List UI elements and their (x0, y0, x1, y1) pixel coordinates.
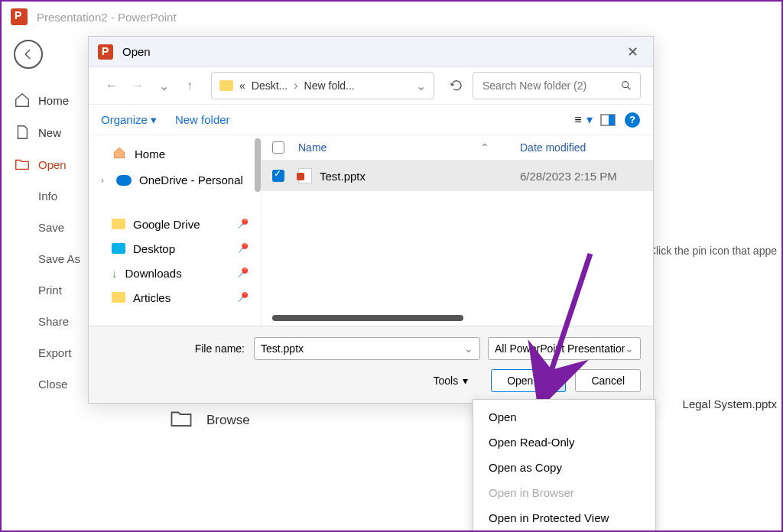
preview-icon (600, 114, 616, 126)
nav-recent-button[interactable]: ⌄ (153, 75, 174, 96)
sidebar-item-saveas[interactable]: Save As (2, 243, 86, 274)
open-folder-icon (14, 156, 31, 173)
tree-label: Articles (133, 291, 171, 304)
home-icon (112, 145, 127, 163)
organize-button[interactable]: Organize ▾ (101, 113, 157, 127)
sidebar-item-print[interactable]: Print (2, 274, 86, 306)
open-button[interactable]: Open (491, 369, 549, 392)
tree-item-downloads[interactable]: ↓ Downloads 📍 (89, 261, 261, 285)
back-button[interactable] (14, 40, 43, 69)
chevron-down-icon: ⌄ (159, 79, 169, 93)
sidebar-item-home[interactable]: Home (2, 84, 86, 116)
select-all-checkbox[interactable] (272, 141, 284, 154)
onedrive-icon (116, 175, 132, 186)
breadcrumb-seg2[interactable]: New fold... (304, 79, 355, 92)
pin-icon[interactable]: 📍 (232, 263, 252, 283)
chevron-down-icon[interactable]: ⌄ (464, 342, 473, 355)
tree-label: Home (135, 148, 165, 161)
open-dropdown-button[interactable]: ▾ (549, 369, 566, 392)
dialog-title: Open (122, 45, 621, 58)
cancel-button[interactable]: Cancel (575, 369, 641, 392)
help-button[interactable]: ? (624, 112, 641, 128)
list-icon: ≡ (574, 113, 581, 127)
refresh-button[interactable] (445, 74, 468, 97)
pin-icon[interactable]: 📍 (232, 287, 252, 307)
tree-item-gdrive[interactable]: Google Drive 📍 (89, 212, 261, 236)
nav-back-button[interactable]: ← (101, 75, 122, 96)
search-box[interactable] (473, 72, 641, 99)
chevron-right-icon: › (294, 79, 297, 92)
backstage-sidebar: Home New Open Info Save Save As Print Sh… (2, 84, 86, 400)
powerpoint-logo-icon (11, 8, 28, 25)
column-date[interactable]: Date modified (520, 141, 642, 154)
file-checkbox[interactable] (272, 170, 284, 182)
breadcrumb[interactable]: « Deskt... › New fold... ⌄ (211, 72, 434, 99)
back-arrow-icon (21, 47, 35, 61)
sidebar-item-open[interactable]: Open (2, 148, 86, 180)
sidebar-item-close[interactable]: Close (2, 368, 86, 400)
breadcrumb-seg1[interactable]: Deskt... (252, 79, 288, 92)
sidebar-item-save[interactable]: Save (2, 212, 86, 243)
breadcrumb-prefix: « (239, 79, 245, 92)
sidebar-label: New (38, 126, 61, 139)
horizontal-scrollbar[interactable] (272, 315, 463, 321)
arrow-right-icon: → (132, 79, 144, 92)
pin-icon[interactable]: 📍 (232, 238, 252, 258)
tree-item-onedrive[interactable]: › OneDrive - Personal (89, 168, 261, 192)
file-row[interactable]: Test.pptx 6/28/2023 2:15 PM (262, 161, 653, 191)
dialog-titlebar: Open ✕ (89, 37, 653, 67)
sidebar-item-info[interactable]: Info (2, 180, 86, 212)
background-file-text: Legal System.pptx (683, 397, 777, 410)
close-icon: ✕ (627, 44, 638, 60)
nav-up-button[interactable]: ↑ (179, 75, 200, 96)
dropdown-item-readonly[interactable]: Open Read-Only (473, 430, 655, 455)
filename-value: Test.pptx (261, 342, 304, 355)
chevron-down-icon[interactable]: ⌄ (416, 79, 426, 93)
folder-icon (112, 292, 125, 303)
dialog-nav-bar: ← → ⌄ ↑ « Deskt... › New fold... ⌄ (89, 67, 653, 104)
dropdown-item-copy[interactable]: Open as Copy (473, 455, 655, 480)
view-options-button[interactable]: ≡▾ (575, 112, 592, 128)
dropdown-item-browser: Open in Browser (473, 480, 655, 505)
arrow-left-icon: ← (106, 79, 118, 92)
chevron-right-icon[interactable]: › (101, 175, 109, 186)
filename-input[interactable]: Test.pptx ⌄ (254, 337, 480, 360)
new-folder-button[interactable]: New folder (175, 113, 230, 126)
sidebar-label: Open (38, 158, 67, 171)
close-button[interactable]: ✕ (621, 41, 644, 63)
refresh-icon (450, 79, 463, 92)
sidebar-item-export[interactable]: Export (2, 337, 86, 368)
tree-label: Google Drive (133, 218, 200, 231)
tree-label: Downloads (125, 267, 182, 280)
filter-text: All PowerPoint Presentations (*. (495, 342, 625, 355)
sidebar-item-new[interactable]: New (2, 116, 86, 148)
organize-label: Organize (101, 113, 148, 126)
browse-button[interactable]: Browse (170, 408, 250, 432)
tools-button[interactable]: Tools ▾ (433, 375, 468, 387)
desktop-icon (112, 243, 125, 254)
window-title: Presentation2 - PowerPoint (37, 11, 177, 24)
column-name[interactable]: Name (298, 141, 480, 154)
powerpoint-logo-icon (98, 44, 113, 60)
filename-label: File name: (101, 342, 254, 355)
file-type-filter[interactable]: All PowerPoint Presentations (*. ⌄ (488, 337, 641, 360)
preview-pane-button[interactable] (599, 112, 616, 128)
search-input[interactable] (481, 79, 620, 92)
nav-forward-button[interactable]: → (127, 75, 148, 96)
caret-down-icon: ▾ (463, 375, 468, 387)
tree-item-desktop[interactable]: Desktop 📍 (89, 236, 261, 261)
tree-item-articles[interactable]: Articles 📍 (89, 285, 261, 310)
file-name: Test.pptx (320, 170, 520, 183)
dropdown-item-open[interactable]: Open (473, 404, 655, 430)
svg-point-0 (622, 82, 629, 88)
help-icon: ? (625, 112, 640, 128)
dropdown-item-protected[interactable]: Open in Protected View (473, 505, 655, 530)
browse-label: Browse (206, 413, 250, 428)
arrow-up-icon: ↑ (187, 79, 193, 92)
sidebar-item-share[interactable]: Share (2, 306, 86, 337)
scrollbar-thumb[interactable] (255, 138, 261, 192)
svg-rect-2 (609, 115, 615, 125)
tree-item-home[interactable]: Home (89, 140, 261, 168)
new-icon (14, 124, 31, 141)
pin-icon[interactable]: 📍 (232, 214, 252, 234)
